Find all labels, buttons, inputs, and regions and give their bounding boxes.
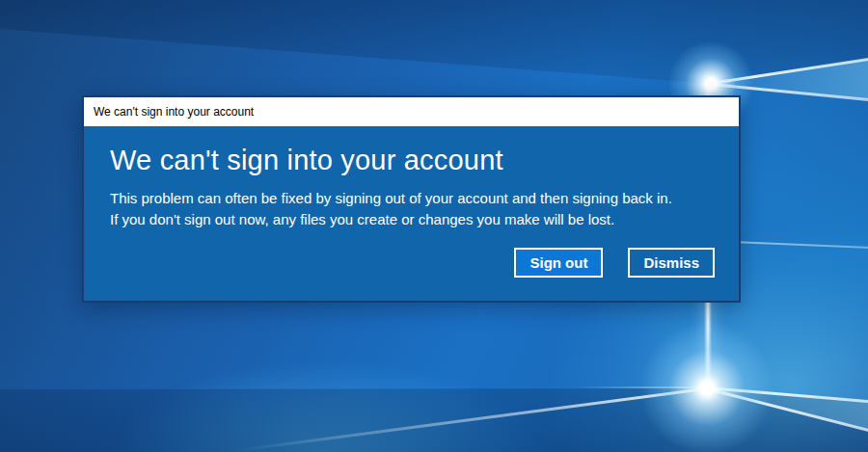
dismiss-button[interactable]: Dismiss <box>628 248 715 278</box>
dialog-button-row: Sign out Dismiss <box>514 248 715 278</box>
wallpaper-flare-bottom <box>639 321 774 452</box>
wallpaper-beam-down-left <box>236 387 707 452</box>
wallpaper-bottom-edge-wedge <box>707 387 868 430</box>
sign-out-button[interactable]: Sign out <box>514 248 603 278</box>
dialog-titlebar-text: We can't sign into your account <box>94 105 254 119</box>
dialog-heading: We can't sign into your account <box>110 145 715 176</box>
wallpaper-sky-band <box>0 0 868 106</box>
wallpaper-beam-bottom-lower <box>707 387 868 432</box>
wallpaper-beam-top-upper <box>711 58 868 85</box>
wallpaper-floor-band <box>0 366 868 452</box>
wallpaper-top-edge-wedge <box>711 59 868 99</box>
dialog-titlebar[interactable]: We can't sign into your account <box>84 97 739 126</box>
wallpaper-beam-bottom-upper <box>707 386 868 403</box>
sign-out-dialog-window: We can't sign into your account We can't… <box>82 95 741 303</box>
wallpaper-beam-left-fade <box>577 386 709 388</box>
dialog-message: This problem can often be fixed by signi… <box>110 188 715 230</box>
dialog-message-line-2: If you don't sign out now, any files you… <box>110 209 715 230</box>
desktop-wallpaper: We can't sign into your account We can't… <box>0 0 868 452</box>
dialog-body: We can't sign into your account This pro… <box>84 126 739 301</box>
dialog-message-line-1: This problem can often be fixed by signi… <box>110 188 715 209</box>
